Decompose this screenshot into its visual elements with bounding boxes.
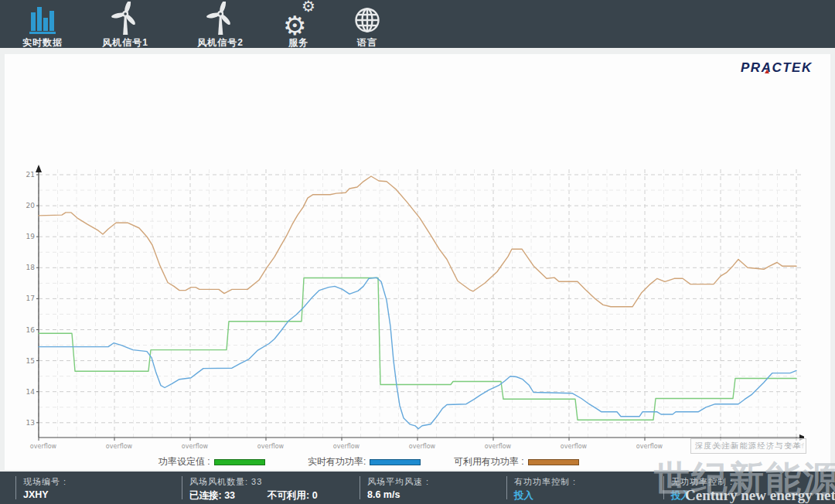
power-trend-chart: 212019181716151413overflowoverflowoverfl… [8,165,804,452]
status-avg-wind-speed: 风场平均风速 : 8.6 m/s [360,476,429,499]
status-active-power-control: 有功功率控制 : 投入 [506,476,576,499]
top-navbar: 实时数据 风机信号1 [0,0,835,48]
svg-text:19: 19 [26,233,36,240]
nav-item-turbine-signal-2[interactable]: 风机信号2 [197,3,244,49]
legend-item-setpoint: 功率设定值 : [158,455,265,468]
nav-label: 风机信号1 [102,36,148,49]
svg-text:overflow: overflow [333,443,360,450]
watermark-slogan-box: 深度关注新能源经济与变革 [690,438,806,454]
legend-swatch-orange [528,459,579,465]
svg-text:16: 16 [26,326,36,334]
nav-label: 风机信号2 [197,36,244,49]
practek-logo: PRACTEK [741,60,813,76]
status-site-id: 现场编号 : JXHY [15,476,66,499]
bar-chart-icon [22,3,63,36]
svg-text:overflow: overflow [30,443,57,450]
svg-text:overflow: overflow [485,443,512,450]
wind-speed-value: 8.6 m/s [367,489,429,500]
svg-text:18: 18 [26,264,36,271]
gear-icon: ⚙⚙ [281,3,315,36]
svg-text:overflow: overflow [106,443,133,450]
svg-text:overflow: overflow [409,443,436,450]
svg-text:overflow: overflow [257,443,285,450]
svg-text:overflow: overflow [636,443,663,450]
svg-text:overflow: overflow [561,443,588,450]
globe-icon [353,3,382,36]
nav-label: 实时数据 [22,36,63,49]
legend-item-realtime-power: 实时有功功率: [308,455,421,468]
nav-item-realtime-data[interactable]: 实时数据 [22,3,63,49]
chart-canvas: 212019181716151413overflowoverflowoverfl… [8,165,804,452]
legend-swatch-green [214,459,265,465]
svg-text:17: 17 [26,295,35,302]
legend-swatch-blue [370,459,421,465]
watermark-site-name-en: Century new energy network [685,487,835,504]
site-id-value: JXHY [23,489,66,500]
wind-turbine-icon [197,3,244,36]
svg-text:14: 14 [26,388,36,396]
legend-item-available-power: 可利用有功功率 : [454,455,579,468]
status-turbine-count: 风场风机数量: 33 已连接: 33不可利用: 0 [182,476,318,499]
svg-text:13: 13 [26,419,35,427]
logo-a-red-triangle: A [762,60,772,75]
svg-text:overflow: overflow [182,443,209,450]
svg-text:20: 20 [26,202,36,209]
unavailable-count: 不可利用: 0 [268,490,318,501]
active-power-control-state[interactable]: 投入 [514,489,576,502]
nav-item-turbine-signal-1[interactable]: 风机信号1 [102,3,148,49]
nav-label: 语言 [353,36,382,49]
svg-text:21: 21 [26,171,35,179]
connected-count: 已连接: 33 [189,490,235,501]
nav-item-service[interactable]: ⚙⚙ 服务 [281,3,315,49]
nav-item-language[interactable]: 语言 [353,3,382,49]
svg-text:15: 15 [26,357,35,365]
wind-turbine-icon [102,3,148,36]
